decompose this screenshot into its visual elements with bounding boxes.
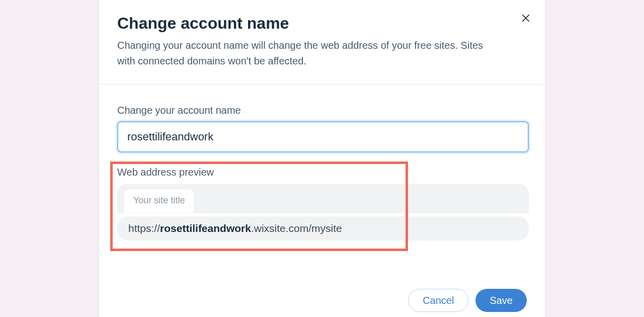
save-button[interactable]: Save (475, 289, 527, 312)
browser-url-bar: https://rosettilifeandwork.wixsite.com/m… (117, 216, 529, 241)
modal-footer: Cancel Save (408, 289, 527, 312)
browser-tab: Your site title (124, 189, 194, 213)
modal-header: Change account name Changing your accoun… (99, 0, 545, 85)
preview-label: Web address preview (117, 167, 527, 178)
url-prefix: https:// (128, 222, 160, 234)
modal-body: Change your account name Web address pre… (99, 85, 545, 241)
browser-tab-bar: Your site title (117, 184, 529, 213)
change-account-name-modal: Change account name Changing your accoun… (99, 0, 545, 317)
web-address-preview: Web address preview Your site title http… (117, 167, 527, 241)
account-name-label: Change your account name (117, 105, 527, 116)
modal-subtitle: Changing your account name will change t… (117, 38, 500, 69)
url-suffix: .wixsite.com/mysite (251, 222, 342, 234)
cancel-button[interactable]: Cancel (408, 289, 468, 312)
modal-title: Change account name (117, 14, 527, 33)
close-button[interactable] (519, 11, 533, 25)
url-account-name: rosettilifeandwork (160, 222, 251, 234)
close-icon (521, 13, 531, 23)
preview-stack: Your site title https://rosettilifeandwo… (117, 184, 529, 241)
account-name-input[interactable] (117, 121, 529, 152)
